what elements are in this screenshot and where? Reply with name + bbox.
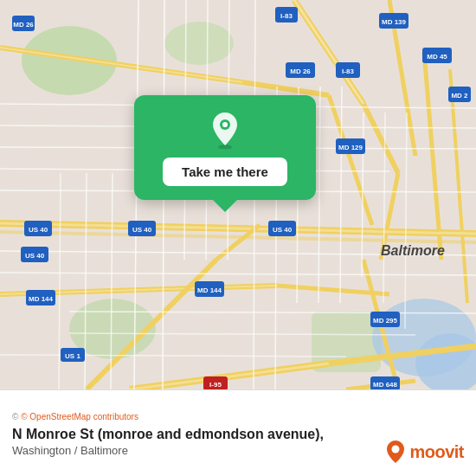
svg-text:US 1: US 1: [65, 352, 80, 360]
svg-point-97: [392, 446, 400, 453]
svg-point-2: [164, 22, 234, 65]
popup-card: Take me there: [134, 95, 316, 200]
svg-text:MD 26: MD 26: [290, 68, 311, 75]
svg-text:MD 26: MD 26: [13, 21, 34, 29]
openstreetmap-link[interactable]: © OpenStreetMap contributors: [21, 412, 138, 421]
svg-text:I-95: I-95: [209, 381, 222, 389]
take-me-there-button[interactable]: Take me there: [163, 158, 287, 186]
svg-text:Baltimore: Baltimore: [381, 243, 445, 258]
svg-text:MD 648: MD 648: [373, 381, 398, 389]
svg-point-96: [222, 122, 228, 127]
svg-text:US 40: US 40: [132, 226, 152, 234]
location-pin-icon: [206, 111, 244, 149]
svg-text:MD 144: MD 144: [29, 295, 54, 303]
svg-text:MD 129: MD 129: [338, 144, 363, 151]
svg-text:US 40: US 40: [273, 226, 293, 234]
copyright-line: © © OpenStreetMap contributors: [12, 412, 464, 421]
moovit-logo: moovit: [385, 440, 464, 464]
svg-text:MD 295: MD 295: [373, 317, 398, 325]
moovit-pin-icon: [385, 440, 406, 464]
svg-text:I-83: I-83: [280, 12, 293, 20]
bottom-bar: © © OpenStreetMap contributors N Monroe …: [0, 389, 476, 476]
svg-text:US 40: US 40: [29, 226, 48, 234]
moovit-text: moovit: [409, 442, 464, 462]
svg-text:MD 2: MD 2: [451, 92, 468, 100]
svg-text:MD 139: MD 139: [382, 18, 407, 26]
svg-text:MD 144: MD 144: [197, 286, 222, 294]
svg-text:US 40: US 40: [25, 252, 45, 260]
map-container: MD 26 I-83 MD 139 MD 26 I-83 MD 45 MD 2 …: [0, 0, 476, 389]
svg-text:I-83: I-83: [342, 68, 354, 75]
svg-text:MD 45: MD 45: [427, 53, 447, 61]
copyright-symbol: ©: [12, 412, 21, 421]
